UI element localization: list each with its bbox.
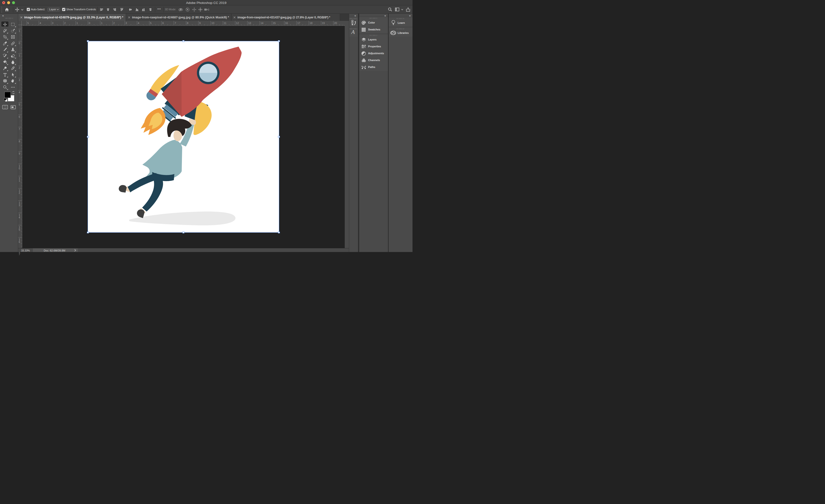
svg-text:3: 3 <box>126 22 127 25</box>
svg-text:5: 5 <box>27 22 29 25</box>
svg-text:1: 1 <box>19 201 20 204</box>
svg-text:8: 8 <box>19 140 20 143</box>
svg-text:5: 5 <box>19 103 20 106</box>
svg-text:1: 1 <box>19 179 20 182</box>
svg-text:1: 1 <box>19 214 20 216</box>
svg-text:2: 2 <box>19 67 20 69</box>
svg-text:1: 1 <box>19 238 20 241</box>
svg-text:4: 4 <box>19 216 20 219</box>
svg-text:9: 9 <box>199 22 201 25</box>
svg-text:0: 0 <box>19 167 20 170</box>
svg-text:1: 1 <box>19 30 20 32</box>
svg-text:14: 14 <box>260 22 264 25</box>
svg-text:16: 16 <box>285 22 288 25</box>
svg-text:18: 18 <box>310 22 313 25</box>
svg-text:1: 1 <box>19 164 20 167</box>
svg-text:11: 11 <box>224 22 226 25</box>
svg-text:19: 19 <box>322 22 325 25</box>
svg-text:1: 1 <box>19 189 20 192</box>
svg-text:2: 2 <box>113 22 115 25</box>
svg-text:5: 5 <box>150 22 151 25</box>
svg-text:3: 3 <box>52 22 54 25</box>
svg-text:1: 1 <box>76 22 78 25</box>
svg-text:1: 1 <box>101 22 102 25</box>
svg-text:4: 4 <box>138 22 139 25</box>
svg-text:3: 3 <box>19 79 20 81</box>
svg-text:6: 6 <box>19 241 20 243</box>
svg-text:15: 15 <box>273 22 276 25</box>
svg-text:4: 4 <box>40 22 41 25</box>
svg-text:17: 17 <box>297 22 300 25</box>
svg-text:7: 7 <box>19 128 20 131</box>
svg-text:7: 7 <box>174 22 176 25</box>
svg-text:0: 0 <box>19 42 20 45</box>
svg-text:1: 1 <box>19 177 20 179</box>
svg-text:1: 1 <box>19 54 20 57</box>
svg-text:0: 0 <box>89 22 90 25</box>
svg-text:6: 6 <box>19 115 20 118</box>
svg-text:2: 2 <box>64 22 66 25</box>
svg-text:8: 8 <box>187 22 188 25</box>
svg-text:20: 20 <box>334 22 337 25</box>
svg-text:13: 13 <box>248 22 251 25</box>
svg-text:1: 1 <box>19 226 20 229</box>
svg-text:9: 9 <box>19 152 20 155</box>
svg-text:3: 3 <box>19 204 20 206</box>
svg-text:12: 12 <box>236 22 239 25</box>
svg-text:4: 4 <box>19 91 20 94</box>
svg-text:5: 5 <box>19 229 20 231</box>
svg-text:2: 2 <box>19 192 20 194</box>
svg-text:6: 6 <box>162 22 164 25</box>
svg-text:10: 10 <box>211 22 214 25</box>
